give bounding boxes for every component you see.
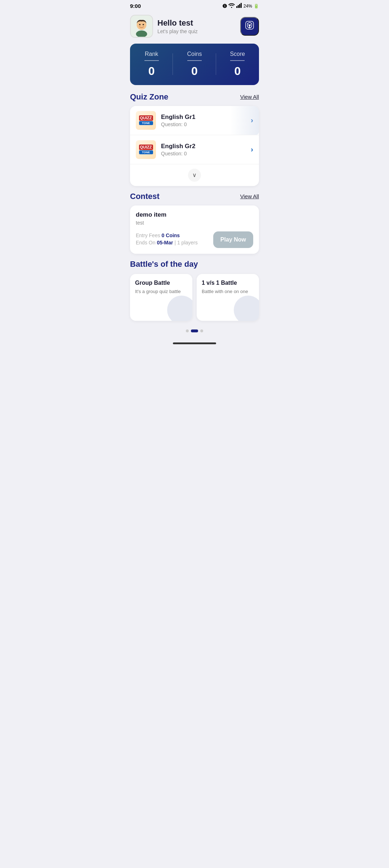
stats-card: Rank 0 Coins 0 Score 0 — [130, 44, 259, 85]
entry-label: Entry Fees — [136, 232, 160, 238]
pagination-dots — [124, 329, 265, 332]
score-value: 0 — [216, 65, 259, 78]
quiz-thumb-1: QUIZZ TONE — [136, 140, 156, 159]
battles-section: Battle's of the day Group Battle It's a … — [124, 260, 265, 321]
dot-0 — [186, 329, 189, 332]
stat-coins: Coins 0 — [173, 51, 216, 78]
contest-item-subtitle: test — [136, 220, 253, 226]
dot-2 — [200, 329, 203, 332]
svg-rect-10 — [249, 26, 250, 27]
svg-rect-2 — [239, 4, 240, 8]
quiz-overlay-0 — [230, 106, 259, 135]
status-icons: 🅢 24% 🔋 — [223, 3, 259, 9]
battle-card-0[interactable]: Group Battle It's a group quiz battle — [130, 274, 192, 321]
quiz-item-0[interactable]: QUIZZ TONE English Gr1 Question: 0 › — [130, 106, 259, 135]
battles-grid: Group Battle It's a group quiz battle 1 … — [130, 274, 259, 321]
header: Hello test Let's play the quiz — [124, 10, 265, 44]
svg-point-7 — [139, 24, 140, 25]
ends-date: 05-Mar — [157, 240, 173, 245]
contest-item-title: demo item — [136, 211, 253, 218]
contest-section: Contest View All demo item test Entry Fe… — [124, 192, 265, 254]
quizz-logo-0: QUIZZ TONE — [139, 115, 153, 125]
separator: | — [174, 240, 177, 245]
battle-desc-0: It's a group quiz battle — [135, 288, 187, 295]
quiz-item-1[interactable]: QUIZZ TONE English Gr2 Question: 0 › — [130, 135, 259, 164]
ends-label: Ends On — [136, 240, 155, 245]
rank-value: 0 — [130, 65, 173, 78]
quiz-zone-title: Quiz Zone — [130, 92, 168, 102]
svg-rect-1 — [238, 5, 239, 8]
quiz-name-1: English Gr2 — [161, 143, 251, 150]
stat-score: Score 0 — [216, 51, 259, 78]
quiz-zone-section: Quiz Zone View All QUIZZ TONE English Gr… — [124, 92, 265, 186]
greeting-subtitle: Let's play the quiz — [157, 28, 198, 34]
battle-name-0: Group Battle — [135, 280, 187, 286]
contest-card: demo item test Entry Fees 0 Coins Ends O… — [130, 205, 259, 254]
entry-value: 0 Coins — [162, 232, 180, 238]
svg-rect-0 — [236, 6, 237, 8]
header-text: Hello test Let's play the quiz — [157, 18, 198, 34]
contest-footer: Entry Fees 0 Coins Ends On 05-Mar | 1 pl… — [136, 231, 253, 248]
show-more-button[interactable]: ∨ — [130, 164, 259, 186]
contest-view-all[interactable]: View All — [240, 193, 259, 199]
play-now-button[interactable]: Play Now — [213, 231, 253, 248]
contest-title: Contest — [130, 192, 160, 201]
battery-text: 24% — [243, 4, 252, 9]
wifi-icon — [228, 3, 235, 9]
signal-icon — [236, 3, 242, 9]
rank-divider — [144, 60, 159, 61]
battery-icon: 🔋 — [254, 4, 259, 9]
quiz-info-1: English Gr2 Question: 0 — [161, 143, 251, 156]
quiz-thumb-0: QUIZZ TONE — [136, 111, 156, 130]
battle-name-1: 1 v/s 1 Battle — [202, 280, 254, 286]
contest-header: Contest View All — [130, 192, 259, 201]
skype-icon: 🅢 — [223, 4, 227, 9]
home-bar — [173, 342, 216, 344]
battle-overlay-0 — [167, 296, 192, 321]
battles-title: Battle's of the day — [130, 260, 259, 269]
trophy-icon — [245, 21, 254, 32]
quiz-zone-header: Quiz Zone View All — [130, 92, 259, 102]
quiz-zone-card: QUIZZ TONE English Gr1 Question: 0 › QUI… — [130, 106, 259, 186]
score-label: Score — [216, 51, 259, 57]
players-count: 1 players — [177, 240, 198, 245]
chevron-down-icon: ∨ — [188, 169, 201, 182]
status-time: 9:00 — [130, 3, 141, 9]
header-left: Hello test Let's play the quiz — [130, 15, 198, 38]
score-divider — [230, 60, 245, 61]
stat-rank: Rank 0 — [130, 51, 173, 78]
coins-label: Coins — [173, 51, 216, 57]
trophy-button[interactable] — [240, 17, 259, 36]
svg-rect-11 — [249, 27, 251, 28]
chevron-right-icon-1: › — [251, 145, 253, 154]
greeting-name: Hello test — [157, 18, 198, 28]
coins-divider — [187, 60, 202, 61]
quiz-zone-view-all[interactable]: View All — [240, 94, 259, 100]
svg-point-8 — [143, 24, 144, 25]
rank-label: Rank — [130, 51, 173, 57]
quiz-questions-1: Question: 0 — [161, 151, 251, 156]
home-indicator — [124, 340, 265, 349]
battle-card-1[interactable]: 1 v/s 1 Battle Battle with one on one — [197, 274, 259, 321]
ends-on-row: Ends On 05-Mar | 1 players — [136, 240, 213, 245]
entry-fees-row: Entry Fees 0 Coins — [136, 232, 213, 238]
battle-overlay-1 — [234, 296, 259, 321]
quizz-logo-1: QUIZZ TONE — [139, 145, 153, 155]
coins-value: 0 — [173, 65, 216, 78]
avatar — [130, 15, 153, 38]
svg-rect-3 — [241, 3, 242, 8]
contest-meta: Entry Fees 0 Coins Ends On 05-Mar | 1 pl… — [136, 232, 213, 247]
dot-1 — [191, 329, 198, 332]
status-bar: 9:00 🅢 24% 🔋 — [124, 0, 265, 10]
battle-desc-1: Battle with one on one — [202, 288, 254, 295]
